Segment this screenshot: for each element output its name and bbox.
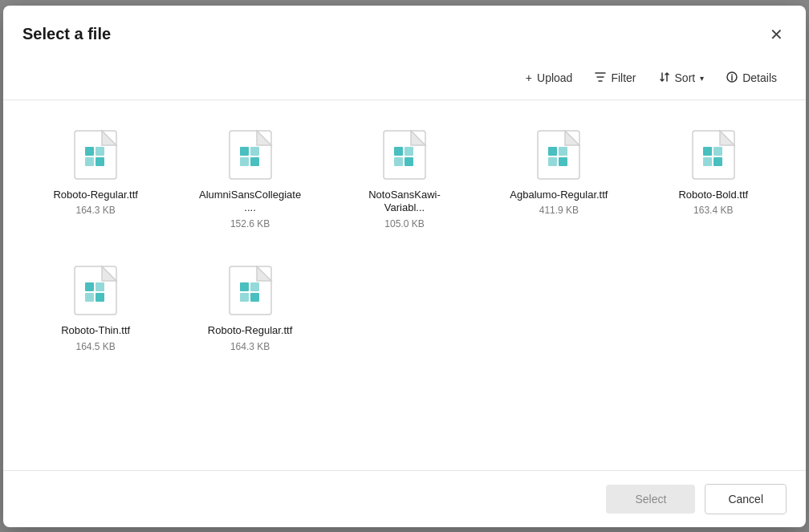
file-size: 164.3 KB bbox=[230, 341, 270, 352]
upload-button[interactable]: + Upload bbox=[516, 67, 583, 89]
file-item[interactable]: Roboto-Regular.ttf 164.3 KB bbox=[22, 120, 169, 240]
svg-rect-2 bbox=[85, 147, 94, 156]
file-name: Roboto-Regular.ttf bbox=[53, 189, 138, 202]
sort-icon bbox=[659, 71, 670, 85]
svg-rect-5 bbox=[96, 157, 104, 166]
file-item[interactable]: Roboto-Bold.ttf 163.4 KB bbox=[640, 120, 787, 240]
dialog-overlay: Select a file ✕ + Upload Filter bbox=[0, 0, 809, 532]
svg-rect-33 bbox=[250, 282, 259, 291]
file-picker-dialog: Select a file ✕ + Upload Filter bbox=[3, 6, 806, 527]
svg-rect-17 bbox=[548, 147, 557, 156]
file-icon bbox=[228, 265, 273, 316]
file-item[interactable]: Roboto-Thin.ttf 164.5 KB bbox=[22, 255, 169, 362]
file-item[interactable]: NotoSansKawi-Variabl... 105.0 KB bbox=[331, 120, 478, 240]
file-size: 152.6 KB bbox=[230, 218, 270, 229]
svg-rect-19 bbox=[548, 157, 557, 166]
file-size: 164.3 KB bbox=[76, 205, 116, 216]
filter-icon bbox=[595, 71, 606, 85]
file-item[interactable]: AlumniSansCollegiate.... 152.6 KB bbox=[177, 120, 323, 240]
dialog-title: Select a file bbox=[22, 25, 111, 43]
file-size: 163.4 KB bbox=[693, 205, 733, 216]
details-label: Details bbox=[742, 71, 777, 84]
svg-rect-29 bbox=[85, 293, 94, 302]
sort-label: Sort bbox=[675, 71, 696, 84]
svg-rect-30 bbox=[96, 293, 104, 302]
upload-label: Upload bbox=[537, 71, 572, 84]
svg-rect-15 bbox=[404, 157, 413, 166]
svg-rect-7 bbox=[240, 147, 249, 156]
svg-rect-32 bbox=[240, 282, 249, 291]
svg-rect-18 bbox=[559, 147, 567, 156]
svg-rect-4 bbox=[85, 157, 94, 166]
svg-rect-24 bbox=[703, 157, 712, 166]
svg-rect-25 bbox=[713, 157, 722, 166]
svg-rect-14 bbox=[394, 157, 403, 166]
svg-rect-27 bbox=[85, 282, 94, 291]
toolbar: + Upload Filter Sort ▾ bbox=[3, 60, 806, 100]
svg-rect-20 bbox=[559, 157, 567, 166]
svg-rect-23 bbox=[713, 147, 722, 156]
file-item[interactable]: Agbalumo-Regular.ttf 411.9 KB bbox=[486, 120, 632, 240]
file-size: 411.9 KB bbox=[539, 205, 579, 216]
file-icon bbox=[382, 129, 427, 181]
file-grid: Roboto-Regular.ttf 164.3 KB AlumniSansCo… bbox=[3, 100, 806, 470]
file-name: Roboto-Regular.ttf bbox=[208, 324, 293, 338]
dialog-footer: Select Cancel bbox=[3, 470, 806, 527]
svg-rect-9 bbox=[240, 157, 249, 166]
file-name: Agbalumo-Regular.ttf bbox=[510, 189, 608, 202]
filter-button[interactable]: Filter bbox=[585, 67, 645, 90]
details-button[interactable]: Details bbox=[717, 67, 787, 90]
cancel-button[interactable]: Cancel bbox=[705, 484, 787, 514]
svg-rect-28 bbox=[96, 282, 104, 291]
svg-rect-8 bbox=[250, 147, 259, 156]
file-name: Roboto-Bold.ttf bbox=[678, 189, 748, 202]
file-item[interactable]: Roboto-Regular.ttf 164.3 KB bbox=[177, 255, 323, 362]
file-name: NotoSansKawi-Variabl... bbox=[352, 189, 457, 216]
file-size: 105.0 KB bbox=[384, 218, 424, 229]
upload-icon: + bbox=[526, 71, 532, 84]
svg-rect-3 bbox=[96, 147, 104, 156]
file-icon bbox=[536, 129, 581, 181]
details-icon bbox=[726, 71, 738, 85]
sort-button[interactable]: Sort ▾ bbox=[649, 67, 714, 90]
close-button[interactable]: ✕ bbox=[766, 22, 787, 47]
file-name: Roboto-Thin.ttf bbox=[61, 324, 130, 338]
dialog-header: Select a file ✕ bbox=[3, 6, 806, 60]
filter-label: Filter bbox=[611, 71, 636, 84]
file-icon bbox=[228, 129, 273, 181]
svg-rect-22 bbox=[703, 147, 712, 156]
svg-rect-34 bbox=[240, 293, 249, 302]
close-icon: ✕ bbox=[770, 25, 783, 44]
svg-rect-35 bbox=[250, 293, 259, 302]
select-button[interactable]: Select bbox=[606, 485, 695, 514]
sort-chevron-icon: ▾ bbox=[700, 74, 704, 83]
svg-rect-13 bbox=[404, 147, 413, 156]
svg-rect-10 bbox=[250, 157, 259, 166]
file-size: 164.5 KB bbox=[76, 341, 116, 352]
file-icon bbox=[73, 129, 118, 181]
file-name: AlumniSansCollegiate.... bbox=[198, 189, 303, 216]
file-icon bbox=[73, 265, 118, 316]
file-icon bbox=[691, 129, 736, 181]
svg-rect-12 bbox=[394, 147, 403, 156]
